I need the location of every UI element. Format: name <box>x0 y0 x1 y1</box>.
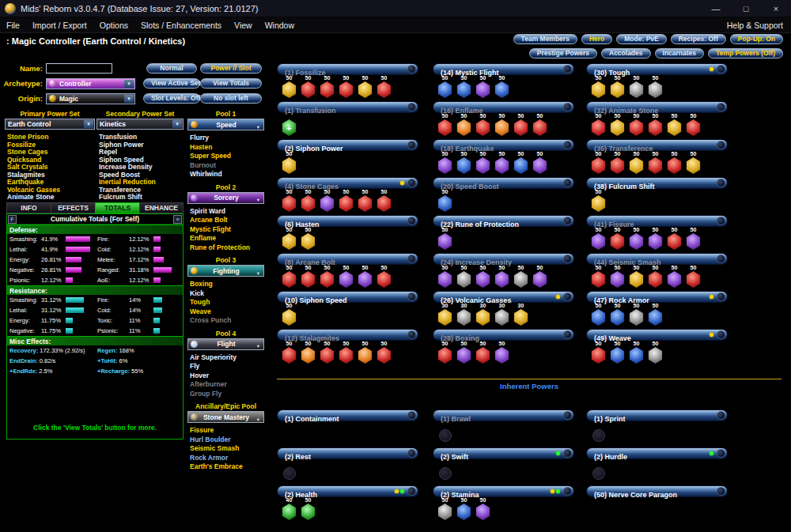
enhancement-slot[interactable]: 50 <box>280 189 298 212</box>
pool-item-whirlwind[interactable]: Whirlwind <box>187 170 264 179</box>
enhancement-slot[interactable]: 50 <box>589 151 607 174</box>
enhancement-slot[interactable]: 50 <box>299 75 317 98</box>
enhancement-slot[interactable]: 30 <box>474 303 492 326</box>
primary-powerset-select[interactable]: Earth Control <box>5 119 95 130</box>
enhancement-slot[interactable]: 50 <box>646 341 664 364</box>
pool-item-afterburner[interactable]: Afterburner <box>187 380 264 390</box>
pool-select-flight[interactable]: Flight <box>187 338 264 350</box>
pool-select-stone-mastery[interactable]: Stone Mastery <box>187 411 264 423</box>
pool-item-group-fly[interactable]: Group Fly <box>187 390 264 399</box>
enhancement-slot[interactable]: + <box>280 113 298 136</box>
enhancement-slot[interactable]: 50 <box>531 113 549 136</box>
enhancement-slot[interactable]: 50 <box>356 265 374 288</box>
secondary-powerset-select[interactable]: Kinetics <box>97 119 184 130</box>
enhancement-slot[interactable]: 50 <box>684 227 702 250</box>
powerset-item-fulcrum-shift[interactable]: Fulcrum Shift <box>97 194 184 202</box>
power-bar-10-siphon-speed[interactable]: (10) Siphon Speed <box>277 291 418 303</box>
enhancement-slot[interactable]: 50 <box>608 113 626 136</box>
enhancement-slot[interactable]: 50 <box>436 227 454 250</box>
enhancement-slot[interactable]: 50 <box>474 151 492 174</box>
power-bar-30-tough[interactable]: (30) Tough <box>586 63 728 75</box>
totals-float-button[interactable]: F <box>8 215 17 224</box>
enhancement-slot[interactable]: 50 <box>646 151 664 174</box>
name-input[interactable] <box>46 63 112 74</box>
powerset-item-animate-stone[interactable]: Animate Stone <box>5 194 95 202</box>
enhancement-slot[interactable]: 50 <box>646 113 664 136</box>
enhancement-slot[interactable]: 50 <box>684 113 702 136</box>
enhancement-slot[interactable]: 50 <box>665 113 683 136</box>
enhancement-slot[interactable]: 50 <box>280 265 298 288</box>
power-bar-14-mystic-flight[interactable]: (14) Mystic Flight <box>433 63 574 75</box>
menu-import-export[interactable]: Import / Export <box>26 17 93 33</box>
pool-item-weave[interactable]: Weave <box>187 308 264 317</box>
power-bar-6-hasten[interactable]: (6) Hasten <box>277 215 418 227</box>
enhancement-slot[interactable]: 50 <box>474 265 492 288</box>
enhancement-slot[interactable]: 50 <box>608 303 626 326</box>
power-bar-47-rock-armor[interactable]: (47) Rock Armor <box>586 291 728 303</box>
enhancement-slot[interactable]: 50 <box>375 341 393 364</box>
pool-item-tough[interactable]: Tough <box>187 298 264 308</box>
enhancement-slot[interactable]: 50 <box>589 75 607 98</box>
power-bar-1-fossilize[interactable]: (1) Fossilize <box>277 63 418 75</box>
power-bar-1-containment[interactable]: (1) Containment <box>277 409 418 421</box>
enhancement-slot[interactable]: 50 <box>436 75 454 98</box>
pool-item-mystic-flight[interactable]: Mystic Flight <box>187 225 264 235</box>
enhancement-slot[interactable]: 50 <box>589 341 607 364</box>
power-bar-20-speed-boost[interactable]: (20) Speed Boost <box>433 177 574 189</box>
power-bar-2-hurdle[interactable]: (2) Hurdle <box>586 447 728 459</box>
pool-item-rune-of-protection[interactable]: Rune of Protection <box>187 243 264 253</box>
enhancement-slot[interactable]: 50 <box>646 265 664 288</box>
pool-item-kick[interactable]: Kick <box>187 289 264 299</box>
enhancement-slot[interactable]: 50 <box>474 75 492 98</box>
enhancement-slot[interactable]: 50 <box>436 151 454 174</box>
enhancement-slot[interactable]: 50 <box>665 227 683 250</box>
enhancement-slot[interactable]: 50 <box>337 265 355 288</box>
menu-options[interactable]: Options <box>93 17 134 33</box>
enhancement-slot[interactable]: 50 <box>512 265 530 288</box>
power-bar-41-fissure[interactable]: (41) Fissure <box>586 215 728 227</box>
enhancement-slot[interactable]: 50 <box>493 265 511 288</box>
power-bar-50-nerve-core-paragon[interactable]: (50) Nerve Core Paragon <box>586 485 728 497</box>
enhancement-slot[interactable]: 50 <box>455 497 473 520</box>
archetype-select[interactable]: Controller <box>46 78 135 89</box>
enhancement-slot[interactable]: 50 <box>474 497 492 520</box>
enhancement-slot[interactable]: 30 <box>512 303 530 326</box>
tab-totals[interactable]: TOTALS <box>95 202 139 213</box>
power-slot-button[interactable]: Power // Slot <box>200 63 262 74</box>
enhancement-slot[interactable]: 50 <box>512 113 530 136</box>
top-button-incarnates[interactable]: Incarnates <box>655 48 705 58</box>
enhancement-slot[interactable]: 50 <box>337 341 355 364</box>
enhancement-slot[interactable]: 50 <box>493 151 511 174</box>
enhancement-slot[interactable]: 50 <box>455 113 473 136</box>
tab-enhance[interactable]: ENHANCE <box>139 202 184 213</box>
enhancement-slot[interactable]: 50 <box>627 227 645 250</box>
enhancement-slot[interactable]: 50 <box>493 75 511 98</box>
minimize-button[interactable]: — <box>701 0 731 17</box>
power-bar-16-enflame[interactable]: (16) Enflame <box>433 101 574 113</box>
pool-item-seismic-smash[interactable]: Seismic Smash <box>187 444 264 454</box>
enhancement-slot[interactable]: 50 <box>299 497 317 520</box>
enhancement-slot[interactable]: 50 <box>280 303 298 326</box>
enhancement-slot[interactable]: 50 <box>337 189 355 212</box>
power-bar-2-health[interactable]: (2) Health <box>277 485 418 497</box>
no-slot-left-button[interactable]: No slot left <box>200 93 262 104</box>
maximize-button[interactable]: □ <box>731 0 761 17</box>
power-bar-2-rest[interactable]: (2) Rest <box>277 447 418 459</box>
enhancement-slot[interactable]: 50 <box>337 75 355 98</box>
enhancement-slot[interactable]: 50 <box>318 189 336 212</box>
enhancement-slot[interactable]: 50 <box>474 113 492 136</box>
enhancement-slot[interactable]: 50 <box>531 151 549 174</box>
top-button-pop-up-on[interactable]: Pop-Up: On <box>730 34 783 44</box>
power-bar-12-stalagmites[interactable]: (12) Stalagmites <box>277 329 418 341</box>
enhancement-slot[interactable]: 50 <box>299 265 317 288</box>
enhancement-slot[interactable]: 50 <box>436 497 454 520</box>
enhancement-slot[interactable]: 50 <box>627 303 645 326</box>
menu-help-support[interactable]: Help & Support <box>727 21 791 30</box>
enhancement-slot[interactable]: 50 <box>589 303 607 326</box>
enhancement-slot[interactable]: 50 <box>436 265 454 288</box>
power-bar-4-stone-cages[interactable]: (4) Stone Cages <box>277 177 418 189</box>
view-active-sets-button[interactable]: View Active Sets <box>143 78 200 89</box>
enhancement-slot[interactable]: 50 <box>627 113 645 136</box>
power-bar-2-swift[interactable]: (2) Swift <box>433 447 574 459</box>
power-bar-1-sprint[interactable]: (1) Sprint <box>586 409 728 421</box>
